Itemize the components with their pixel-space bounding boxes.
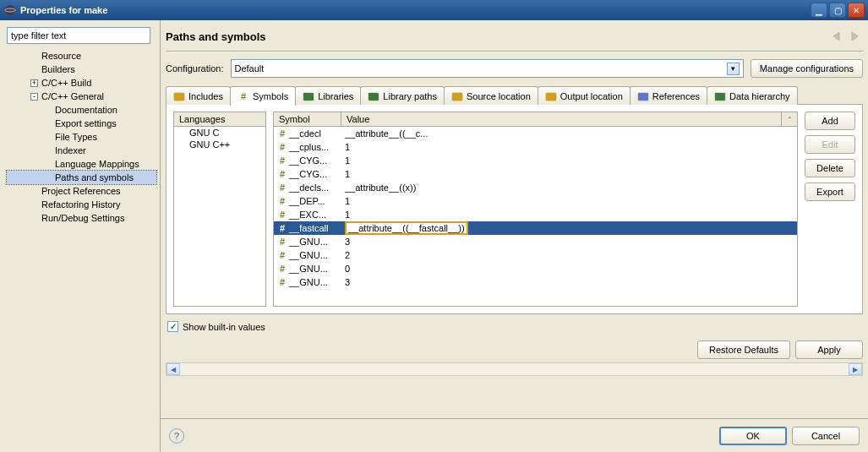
hash-icon: #: [277, 264, 287, 274]
table-row[interactable]: #__fastcall__attribute__((__fastcall__)): [274, 221, 797, 235]
table-row[interactable]: #__EXC...1: [274, 208, 797, 221]
symbol-cell: #__DEP...: [274, 196, 341, 206]
col-symbol-header[interactable]: Symbol: [274, 112, 341, 126]
cancel-button[interactable]: Cancel: [792, 427, 860, 445]
table-row[interactable]: #__cdecl__attribute__((__c...: [274, 127, 797, 140]
scroll-right-icon[interactable]: ▶: [849, 363, 862, 375]
table-row[interactable]: #__GNU...3: [274, 235, 797, 248]
tab-label: References: [652, 91, 700, 101]
tab-library-paths[interactable]: Library paths: [360, 86, 445, 105]
symbol-cell: #__CYG...: [274, 155, 341, 166]
configuration-select[interactable]: Default ▼: [231, 59, 744, 78]
help-icon[interactable]: ?: [169, 428, 184, 444]
tab-output-location[interactable]: Output location: [538, 86, 631, 105]
tree-expander-icon[interactable]: -: [30, 93, 38, 101]
tab-source-location[interactable]: Source location: [444, 86, 538, 105]
tree-item-refactoring-history[interactable]: Refactoring History: [7, 198, 156, 211]
tab-symbols[interactable]: #Symbols: [230, 86, 296, 106]
table-row[interactable]: #__CYG...1: [274, 167, 797, 181]
manage-configurations-button[interactable]: Manage configurations: [751, 59, 863, 78]
tree-item-export-settings[interactable]: Export settings: [7, 117, 156, 130]
tab-includes[interactable]: Includes: [166, 86, 231, 105]
tab-references[interactable]: References: [630, 86, 707, 105]
eclipse-icon: [3, 3, 17, 17]
close-button[interactable]: ✕: [848, 3, 865, 18]
value-cell: 2: [341, 250, 797, 260]
tree-item-language-mappings[interactable]: Language Mappings: [7, 157, 156, 171]
tree-item-indexer[interactable]: Indexer: [7, 144, 156, 157]
maximize-button[interactable]: ▢: [829, 3, 846, 18]
tree-expander-icon[interactable]: +: [30, 79, 38, 87]
table-row[interactable]: #__cplus...1: [274, 140, 797, 154]
symbol-cell: #__EXC...: [274, 210, 341, 220]
scroll-left-icon[interactable]: ◀: [167, 363, 180, 375]
configuration-value: Default: [235, 63, 265, 74]
tab-label: Output location: [560, 91, 623, 101]
main-layout: ResourceBuilders+C/C++ Build-C/C++ Gener…: [0, 20, 868, 452]
tree-item-label: Indexer: [55, 145, 86, 155]
filter-input[interactable]: [7, 27, 150, 44]
col-value-header[interactable]: Value: [341, 112, 782, 126]
tree-item-paths-and-symbols[interactable]: Paths and symbols: [7, 171, 156, 184]
tree-item-c-c-build[interactable]: +C/C++ Build: [7, 76, 156, 90]
table-row[interactable]: #__GNU...0: [274, 262, 797, 275]
dialog-footer: ? OK Cancel: [161, 418, 868, 452]
tree-item-label: Project References: [41, 186, 121, 196]
tree-expander-icon: [30, 201, 38, 209]
tab-label: Symbols: [253, 91, 288, 101]
symbol-cell: #__GNU...: [274, 237, 341, 247]
add-button[interactable]: Add: [805, 112, 855, 130]
apply-button[interactable]: Apply: [795, 340, 863, 359]
tree-item-c-c-general[interactable]: -C/C++ General: [7, 90, 156, 103]
svg-rect-13: [638, 93, 643, 95]
library-paths-icon: [368, 90, 379, 102]
tree-item-run-debug-settings[interactable]: Run/Debug Settings: [7, 211, 156, 225]
language-item-gnu-c-[interactable]: GNU C++: [174, 139, 265, 150]
export-button[interactable]: Export: [805, 182, 855, 201]
show-builtin-checkbox[interactable]: ✓: [167, 321, 178, 332]
tree-item-documentation[interactable]: Documentation: [7, 103, 156, 117]
delete-button[interactable]: Delete: [805, 159, 855, 177]
references-icon: [637, 90, 649, 102]
ok-button[interactable]: OK: [719, 427, 787, 445]
tree-expander-icon: [44, 133, 52, 141]
forward-icon[interactable]: [849, 31, 863, 41]
table-row[interactable]: #__GNU...3: [274, 275, 797, 289]
symbol-name: __GNU...: [289, 277, 328, 287]
hash-icon: #: [277, 210, 287, 220]
hash-icon: #: [277, 196, 287, 206]
tree-item-label: Resource: [41, 51, 81, 61]
edit-button[interactable]: Edit: [805, 135, 855, 154]
value-cell: 3: [341, 237, 797, 247]
tree-item-resource[interactable]: Resource: [7, 49, 156, 63]
minimize-button[interactable]: ▁: [811, 3, 827, 18]
tab-data-hierarchy[interactable]: Data hierarchy: [707, 86, 798, 105]
table-row[interactable]: #__GNU...2: [274, 248, 797, 262]
table-body[interactable]: #__cdecl__attribute__((__c...#__cplus...…: [274, 127, 797, 306]
tree-expander-icon: [44, 120, 52, 128]
hash-icon: #: [277, 169, 287, 179]
tab-label: Library paths: [383, 91, 437, 101]
value-edit-input[interactable]: __attribute__((__fastcall__)): [345, 221, 468, 235]
tree-item-file-types[interactable]: File Types: [7, 130, 156, 144]
tree-item-label: Refactoring History: [41, 199, 121, 210]
table-row[interactable]: #__CYG...1: [274, 154, 797, 167]
symbol-cell: #__GNU...: [274, 277, 341, 287]
restore-defaults-button[interactable]: Restore Defaults: [697, 340, 790, 359]
tree-item-builders[interactable]: Builders: [7, 63, 156, 76]
language-item-gnu-c[interactable]: GNU C: [174, 127, 265, 139]
table-row[interactable]: #__decls...__attribute__((x)): [274, 181, 797, 194]
tree-item-project-references[interactable]: Project References: [7, 184, 156, 198]
horizontal-scrollbar[interactable]: ◀ ▶: [166, 362, 863, 376]
scroll-hint-icon[interactable]: ⌃: [782, 112, 797, 126]
table-row[interactable]: #__DEP...1: [274, 194, 797, 208]
tree-expander-icon: [30, 215, 38, 222]
symbol-name: __GNU...: [289, 250, 328, 260]
source-location-icon: [451, 90, 463, 102]
title-bar: Properties for make ▁ ▢ ✕: [0, 0, 868, 20]
symbol-cell: #__decls...: [274, 182, 341, 193]
restore-apply-row: Restore Defaults Apply: [166, 340, 863, 359]
tab-libraries[interactable]: Libraries: [295, 86, 361, 105]
tree-expander-icon: [44, 161, 52, 168]
back-icon[interactable]: [831, 31, 844, 41]
